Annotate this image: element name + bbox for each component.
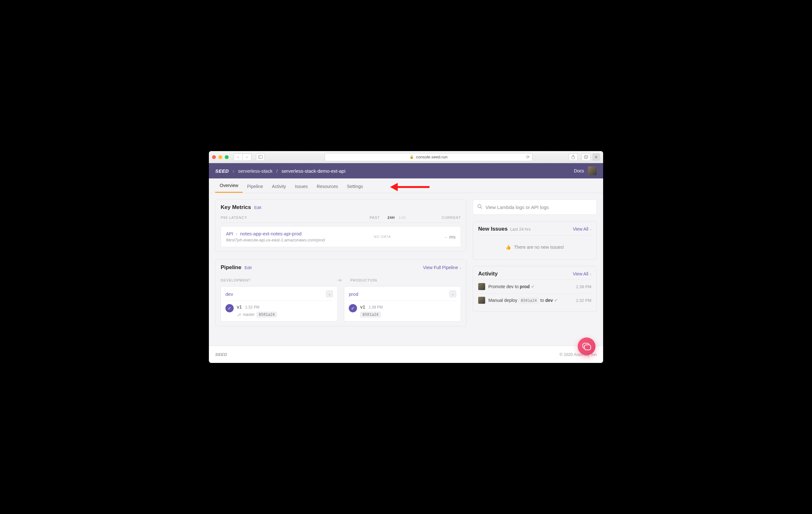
close-window-button[interactable] [212, 155, 216, 159]
metric-api-label: API [226, 231, 233, 236]
nav-buttons: ‹ › [234, 153, 252, 161]
user-avatar [478, 297, 485, 304]
stage-time: 1:32 PM [245, 305, 259, 310]
tab-pipeline[interactable]: Pipeline [242, 180, 267, 193]
view-full-pipeline-link[interactable]: View Full Pipeline › [423, 265, 461, 270]
docs-link[interactable]: Docs [574, 168, 584, 173]
metric-no-data: NO DATA [348, 235, 417, 238]
check-icon: ✓ [349, 304, 357, 312]
thumbs-up-icon: 👍 [505, 245, 511, 250]
app-header: SEED › serverless-stack / serverless-sta… [209, 163, 603, 178]
commit-sha: 8501a24 [360, 312, 381, 317]
activity-row[interactable]: Promote dev to prod✔ 1:39 PM [478, 280, 591, 293]
titlebar-right: + [567, 153, 600, 161]
label-current: CURRENT [423, 216, 461, 220]
chat-widget-button[interactable] [578, 338, 596, 355]
breadcrumb-separator: › [233, 168, 234, 174]
chevron-right-icon: › [460, 266, 461, 270]
chevron-right-icon: › [236, 231, 237, 236]
stage-menu-button[interactable]: ⌄ [449, 290, 456, 297]
activity-row[interactable]: Manual deploy 8501a24 to dev✔ 1:32 PM [478, 293, 591, 307]
search-icon [477, 204, 482, 210]
breadcrumb-separator: / [276, 168, 278, 174]
commit-sha: 8501a24 [257, 312, 277, 317]
label-past: PAST [370, 216, 380, 220]
tabs-button[interactable] [581, 153, 590, 161]
lock-icon: 🔒 [409, 155, 414, 159]
main-column: Key Metrics Edit P95 LATENCY PAST 24H 14… [215, 199, 466, 339]
metrics-title: Key Metrics [221, 204, 251, 210]
traffic-lights [212, 155, 229, 159]
activity-panel: Activity View All › Promote dev to prod✔… [473, 266, 597, 312]
metrics-header-row: P95 LATENCY PAST 24H 14D CURRENT [221, 214, 461, 223]
svg-rect-5 [585, 155, 588, 158]
reload-button[interactable]: ⟳ [526, 154, 530, 159]
svg-point-6 [478, 204, 481, 208]
breadcrumb-project[interactable]: serverless-stack-demo-ext-api [281, 168, 345, 174]
share-icon [571, 155, 575, 159]
maximize-window-button[interactable] [225, 155, 229, 159]
activity-time: 1:39 PM [576, 284, 591, 289]
label-production: PRODUCTION [350, 278, 461, 282]
branch-name: master [243, 312, 255, 317]
metric-row[interactable]: API › notes-app-ext-notes-api-prod 8itrs… [221, 226, 461, 247]
label-14d[interactable]: 14D [399, 216, 406, 220]
tabs-icon [584, 155, 588, 159]
stage-name: dev [225, 291, 326, 297]
stage-menu-button[interactable]: ⌄ [326, 290, 333, 297]
user-avatar[interactable] [588, 166, 597, 175]
new-issues-panel: New Issues Last 24 hrs View All › 👍 Ther… [473, 221, 597, 260]
label-24h[interactable]: 24H [387, 216, 395, 220]
user-avatar [478, 283, 485, 290]
tab-issues[interactable]: Issues [291, 180, 312, 193]
key-metrics-panel: Key Metrics Edit P95 LATENCY PAST 24H 14… [215, 199, 466, 252]
chevron-right-icon: › [590, 227, 591, 231]
check-icon: ✔ [554, 298, 558, 303]
search-placeholder: View Lambda logs or API logs [486, 204, 549, 210]
new-tab-button[interactable]: + [592, 153, 600, 161]
pipeline-panel: Pipeline Edit View Full Pipeline › DEVEL… [215, 260, 466, 326]
label-development: DEVELOPMENT [221, 278, 331, 282]
minimize-window-button[interactable] [219, 155, 222, 159]
branch-icon: ⎇ [237, 313, 241, 317]
forward-button[interactable]: › [242, 153, 252, 161]
metric-name: notes-app-ext-notes-api-prod [240, 231, 301, 236]
share-button[interactable] [569, 153, 578, 161]
url-text: console.seed.run [416, 154, 447, 159]
activity-text: Promote dev to prod✔ [488, 284, 573, 289]
annotation-arrow [390, 183, 430, 191]
activity-view-all-link[interactable]: View All › [573, 271, 591, 277]
footer-logo[interactable]: SEED [215, 352, 227, 357]
svg-line-7 [481, 207, 482, 209]
svg-rect-0 [259, 155, 263, 159]
stage-version: v1 [237, 304, 242, 310]
check-icon: ✔ [531, 284, 535, 289]
tab-overview[interactable]: Overview [215, 179, 242, 193]
activity-title: Activity [478, 271, 498, 277]
stage-time: 1:39 PM [369, 305, 383, 310]
logo[interactable]: SEED [215, 168, 229, 174]
tab-resources[interactable]: Resources [312, 180, 342, 193]
tab-activity[interactable]: Activity [267, 180, 290, 193]
stage-version: v1 [360, 304, 365, 310]
metrics-edit-link[interactable]: Edit [254, 205, 261, 210]
browser-window: ‹ › 🔒 console.seed.run ⟳ + SEED › server… [209, 151, 603, 363]
logs-search-input[interactable]: View Lambda logs or API logs [473, 199, 597, 215]
footer: SEED © 2020 Anomaly Inn [209, 346, 603, 363]
issues-subtitle: Last 24 hrs [510, 227, 531, 232]
tab-settings[interactable]: Settings [342, 180, 368, 193]
stage-card-prod[interactable]: prod ⌄ ✓ v1 1:39 PM 8501a2 [344, 286, 461, 321]
back-button[interactable]: ‹ [234, 153, 242, 161]
stage-card-dev[interactable]: dev ⌄ ✓ v1 1:32 PM ⎇ [221, 286, 338, 321]
browser-titlebar: ‹ › 🔒 console.seed.run ⟳ + [209, 151, 603, 163]
pipeline-edit-link[interactable]: Edit [244, 265, 252, 270]
sidebar-toggle-button[interactable] [256, 153, 265, 161]
issues-empty-state: 👍 There are no new issues! [478, 235, 591, 255]
url-bar[interactable]: 🔒 console.seed.run ⟳ [325, 153, 532, 161]
issues-view-all-link[interactable]: View All › [573, 226, 591, 232]
activity-text: Manual deploy 8501a24 to dev✔ [488, 298, 573, 303]
metric-current-value: –ms [417, 234, 456, 239]
breadcrumb-org[interactable]: serverless-stack [238, 168, 272, 174]
stage-name: prod [349, 291, 449, 297]
pipeline-title: Pipeline [221, 264, 241, 271]
